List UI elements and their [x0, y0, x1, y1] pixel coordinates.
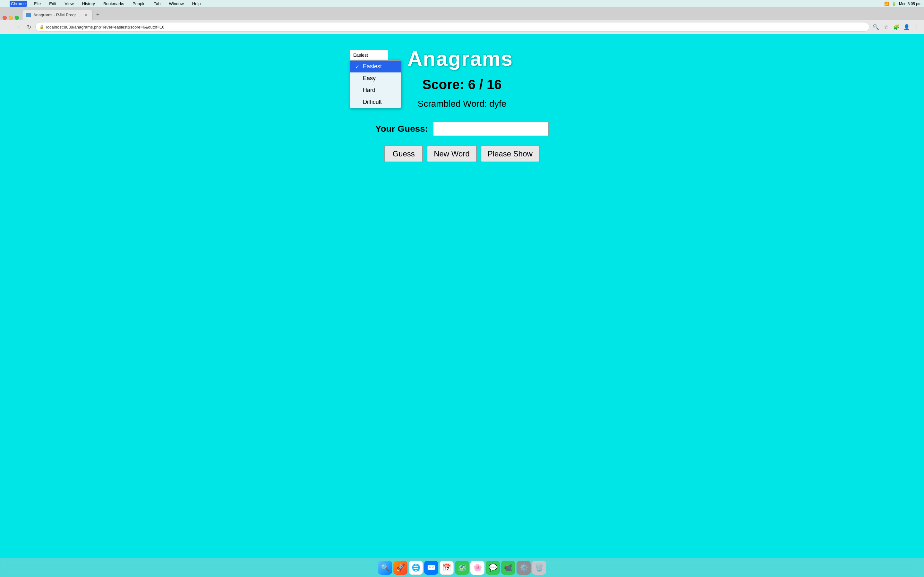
checkmark-icon: ✓	[355, 63, 360, 69]
dock-maps-icon[interactable]: 🗺️	[455, 561, 469, 575]
wifi-icon: 📶	[884, 2, 889, 6]
reload-button[interactable]: ↻	[24, 23, 33, 31]
dock-chrome-icon[interactable]: 🌐	[409, 561, 423, 575]
close-window-button[interactable]	[3, 16, 7, 20]
option-easy-label: Easy	[363, 75, 376, 82]
menubar-history[interactable]: History	[81, 1, 96, 7]
extensions-icon[interactable]: 🧩	[892, 23, 901, 31]
menubar-people[interactable]: People	[131, 1, 147, 7]
toolbar: ← → ↻ 🔒 localhost:8888/anagrams.php?leve…	[0, 20, 924, 34]
battery-icon: 🔋	[892, 2, 897, 6]
dock-facetime-icon[interactable]: 📹	[501, 561, 515, 575]
page-title: Anagrams	[407, 47, 513, 71]
dock: 🔍 🚀 🌐 ✉️ 📅 🗺️ 🌸 💬 📹 ⚙️ 🗑️	[0, 558, 924, 577]
bookmark-star-icon[interactable]: ☆	[882, 23, 891, 31]
please-show-button[interactable]: Please Show	[481, 145, 540, 162]
option-difficult-label: Difficult	[363, 99, 382, 105]
dock-messages-icon[interactable]: 💬	[486, 561, 500, 575]
dock-calendar-icon[interactable]: 📅	[439, 561, 454, 575]
minimize-window-button[interactable]	[9, 16, 13, 20]
traffic-lights	[3, 16, 19, 20]
guess-button[interactable]: Guess	[384, 145, 423, 162]
top-row: Easiest Easy Hard Difficult ✓ Easiest Ea…	[350, 47, 574, 71]
profile-icon[interactable]: 👤	[902, 23, 911, 31]
menubar-bookmarks[interactable]: Bookmarks	[102, 1, 126, 7]
menubar-chrome[interactable]: Chrome	[10, 1, 27, 7]
security-icon: 🔒	[39, 25, 44, 29]
dropdown-option-easiest[interactable]: ✓ Easiest	[350, 61, 401, 73]
score-separator: /	[479, 77, 487, 92]
option-hard-label: Hard	[363, 87, 375, 93]
page-content: Easiest Easy Hard Difficult ✓ Easiest Ea…	[0, 34, 924, 577]
empty-checkmark-3	[355, 99, 360, 105]
buttons-row: Guess New Word Please Show	[384, 145, 540, 162]
level-dropdown-overlay: ✓ Easiest Easy Hard Difficult	[350, 60, 401, 108]
dock-trash-icon[interactable]: 🗑️	[532, 561, 546, 575]
tab-close-button[interactable]: ✕	[83, 13, 89, 18]
tab-favicon-icon	[26, 13, 31, 17]
score-display: Score: 6 / 16	[422, 77, 501, 92]
menubar-right-section: 📶 🔋 Mon 8:05 pm	[884, 2, 921, 6]
empty-checkmark	[355, 76, 360, 81]
tab-title: Anagrams - RJM Programming	[33, 13, 81, 17]
menubar-tab[interactable]: Tab	[153, 1, 162, 7]
back-button[interactable]: ←	[3, 23, 11, 31]
new-word-button[interactable]: New Word	[427, 145, 477, 162]
dock-finder-icon[interactable]: 🔍	[378, 561, 392, 575]
guess-row: Your Guess:	[375, 122, 549, 136]
menubar-window[interactable]: Window	[168, 1, 185, 7]
empty-checkmark-2	[355, 87, 360, 93]
address-bar[interactable]: 🔒 localhost:8888/anagrams.php?level=easi…	[35, 22, 869, 32]
menubar-edit[interactable]: Edit	[48, 1, 57, 7]
browser-chrome: Anagrams - RJM Programming ✕ + ← → ↻ 🔒 l…	[0, 8, 924, 34]
scrambled-word-display: Scrambled Word: dyfe	[418, 99, 507, 109]
dock-launchpad-icon[interactable]: 🚀	[393, 561, 407, 575]
dropdown-option-easy[interactable]: Easy	[350, 73, 401, 84]
level-select[interactable]: Easiest Easy Hard Difficult	[350, 50, 388, 60]
dropdown-option-difficult[interactable]: Difficult	[350, 96, 401, 108]
level-select-container: Easiest Easy Hard Difficult ✓ Easiest Ea…	[350, 50, 388, 60]
main-container: Easiest Easy Hard Difficult ✓ Easiest Ea…	[350, 47, 574, 162]
menubar-help[interactable]: Help	[191, 1, 202, 7]
maximize-window-button[interactable]	[15, 16, 19, 20]
search-icon[interactable]: 🔍	[871, 23, 880, 31]
guess-input[interactable]	[433, 122, 549, 136]
dock-settings-icon[interactable]: ⚙️	[517, 561, 531, 575]
scrambled-word-label: Scrambled Word:	[418, 99, 487, 109]
menu-icon[interactable]: ⋮	[913, 23, 921, 31]
new-tab-button[interactable]: +	[94, 10, 102, 19]
score-current: 6	[468, 77, 475, 92]
scrambled-word-text: dyfe	[489, 99, 506, 109]
score-total: 16	[487, 77, 502, 92]
guess-label: Your Guess:	[375, 124, 428, 134]
dropdown-option-hard[interactable]: Hard	[350, 84, 401, 96]
tab-bar: Anagrams - RJM Programming ✕ +	[0, 8, 924, 20]
menubar-file[interactable]: File	[33, 1, 42, 7]
dock-mail-icon[interactable]: ✉️	[424, 561, 438, 575]
clock-display: Mon 8:05 pm	[899, 2, 921, 6]
dock-photos-icon[interactable]: 🌸	[470, 561, 485, 575]
score-label: Score:	[422, 77, 464, 92]
browser-tab-active[interactable]: Anagrams - RJM Programming ✕	[22, 10, 93, 20]
option-easiest-label: Easiest	[363, 63, 382, 70]
toolbar-right: 🔍 ☆ 🧩 👤 ⋮	[871, 23, 921, 31]
forward-button[interactable]: →	[13, 23, 23, 31]
menubar-view[interactable]: View	[63, 1, 75, 7]
url-text: localhost:8888/anagrams.php?level=easies…	[46, 25, 865, 29]
menubar: Chrome File Edit View History Bookmarks …	[0, 0, 924, 8]
